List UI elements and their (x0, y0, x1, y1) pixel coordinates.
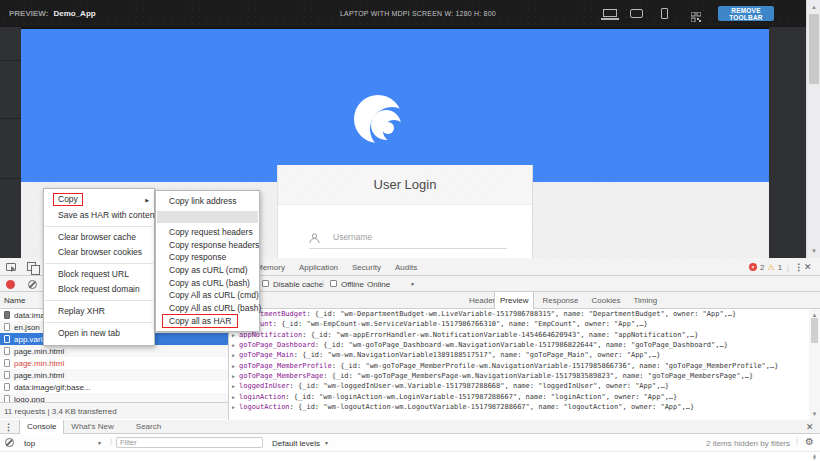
scroll-up-icon[interactable]: ▲ (807, 2, 820, 12)
devtools-tab[interactable]: Audits (395, 263, 417, 272)
record-icon[interactable] (6, 280, 15, 289)
offline-checkbox[interactable] (330, 280, 337, 287)
context-menu-item[interactable]: Clear browser cache ▶ (44, 230, 154, 245)
json-row[interactable]: ▶ DepartmentBudget : {_id: "wm-Departmen… (230, 309, 810, 319)
submenu-item[interactable]: Copy link address (156, 195, 259, 208)
json-row[interactable]: ▶ goToPage_MembersPage : {_id: "wm-goToP… (230, 371, 810, 381)
console-tab[interactable]: What's New (64, 420, 120, 434)
context-menu-item[interactable]: ▶ (45, 300, 153, 301)
warning-badge-icon[interactable]: ⚠ (767, 263, 774, 272)
scrollbar-thumb[interactable] (809, 14, 819, 84)
context-menu-item[interactable]: ▶ (45, 322, 153, 323)
detail-tab[interactable]: Preview (494, 292, 534, 309)
username-field[interactable]: Username (309, 226, 507, 249)
chevron-down-icon[interactable]: ▼ (410, 281, 415, 287)
context-menu-item[interactable]: Block request domain ▶ (44, 282, 154, 297)
error-count[interactable]: 2 (760, 263, 764, 272)
expand-arrow-icon[interactable]: ▶ (232, 404, 239, 410)
console-toolbar: top ▼ | Default levels ▼ 2 items hidden … (0, 434, 820, 452)
expand-arrow-icon[interactable]: ▶ (232, 352, 239, 358)
context-menu-item[interactable]: ▶ (45, 226, 153, 227)
json-row[interactable]: ▶ appNotification : {_id: "wm-appErrorHa… (230, 330, 810, 340)
json-value: : {_id: "wm-wm.NavigationVariable1389188… (294, 351, 661, 359)
phone-icon[interactable] (661, 8, 668, 19)
context-menu-item[interactable]: Copy ▶ (44, 193, 154, 208)
page-scrollbar[interactable]: ▲ ▼ (806, 0, 820, 258)
devtools-menu-icon[interactable]: ⋮ (794, 262, 803, 272)
scroll-hint-icon[interactable]: ▲▼ (812, 454, 817, 460)
file-icon (4, 383, 10, 391)
console-tab[interactable]: Console (19, 420, 64, 434)
scrollbar-thumb[interactable] (811, 318, 818, 343)
gear-icon[interactable]: ⚙ (805, 436, 814, 447)
scroll-down-icon[interactable]: ▼ (807, 246, 820, 256)
drawer-close-icon[interactable]: ✕ (806, 422, 814, 432)
context-value: top (24, 439, 35, 448)
expand-arrow-icon[interactable]: ▶ (232, 342, 239, 348)
expand-arrow-icon[interactable]: ▶ (232, 373, 239, 379)
submenu-item[interactable]: Copy response (156, 251, 259, 264)
request-row[interactable]: page.min.html (0, 357, 229, 369)
context-menu-item[interactable]: Open in new tab ▶ (44, 326, 154, 341)
clear-network-icon[interactable] (28, 280, 37, 289)
offline-label[interactable]: Offline (341, 276, 364, 292)
qr-code-icon[interactable] (691, 8, 701, 26)
submenu-item[interactable]: Copy as cURL (cmd) (156, 264, 259, 277)
context-menu-item[interactable]: ▶ (45, 263, 153, 264)
json-row[interactable]: ▶ goToPage_Dashboard : {_id: "wm-goToPag… (230, 340, 810, 350)
devtools-tab[interactable]: Application (299, 263, 338, 272)
device-frame-left (0, 27, 21, 258)
submenu-item[interactable]: Copy All as cURL (bash) (156, 302, 259, 315)
expand-arrow-icon[interactable]: ▶ (232, 383, 239, 389)
detail-tab[interactable]: Response (537, 292, 583, 309)
submenu-item[interactable] (157, 211, 258, 224)
detail-tab[interactable]: Timing (628, 292, 662, 309)
json-row[interactable]: ▶ loggedInUser : {_id: "wm-loggedInUser-… (230, 381, 810, 391)
devtools-tab[interactable]: Memory (256, 263, 285, 272)
submenu-item[interactable]: Copy All as cURL (cmd) (156, 289, 259, 302)
json-row[interactable]: ▶ loginAction : {_id: "wm-loginAction-wm… (230, 391, 810, 401)
error-badge-icon[interactable]: × (749, 263, 757, 271)
json-row[interactable]: ▶ EmpCount : {_id: "wm-EmpCount-wm.Servi… (230, 319, 810, 329)
drawer-menu-icon[interactable]: ⋮ (4, 422, 13, 432)
detail-tab[interactable]: Cookies (586, 292, 625, 309)
console-filter-input[interactable] (116, 437, 263, 448)
preview-label: PREVIEW: (9, 9, 48, 18)
disable-cache-label[interactable]: Disable cache (273, 276, 323, 292)
submenu-item[interactable]: Copy response headers (156, 239, 259, 252)
throttling-select[interactable]: Online (367, 276, 390, 292)
json-value: : {_id: "wm-loggedInUser-wm.Variable-151… (290, 382, 669, 390)
scroll-down-icon[interactable]: ▼ (809, 409, 820, 419)
json-key: goToPage_Dashboard (239, 341, 315, 349)
warning-count[interactable]: 1 (778, 263, 782, 272)
clear-console-icon[interactable] (5, 438, 14, 447)
devtools-tab[interactable]: Security (352, 263, 381, 272)
context-menu-item[interactable]: Replay XHR ▶ (44, 304, 154, 319)
context-menu-item[interactable]: Clear browser cookies ▶ (44, 245, 154, 260)
submenu-item[interactable]: Copy as cURL (bash) (156, 277, 259, 290)
json-row[interactable]: ▶ goToPage_Main : {_id: "wm-wm.Navigatio… (230, 350, 810, 360)
inspect-element-icon[interactable] (6, 263, 16, 271)
context-menu-item[interactable]: Save as HAR with content ▶ (44, 208, 154, 223)
device-toolbar-icon[interactable] (27, 262, 36, 271)
preview-scrollbar[interactable]: ▲ ▼ (809, 309, 820, 420)
context-menu-item[interactable]: Block request URL ▶ (44, 267, 154, 282)
expand-arrow-icon[interactable]: ▶ (232, 363, 239, 369)
expand-arrow-icon[interactable]: ▶ (232, 332, 239, 338)
remove-toolbar-button[interactable]: REMOVE TOOLBAR (718, 6, 774, 21)
request-row[interactable]: page.min.html (0, 345, 229, 357)
devtools-close-icon[interactable]: ✕ (804, 262, 812, 272)
disable-cache-checkbox[interactable] (262, 280, 269, 287)
laptop-icon[interactable] (603, 9, 617, 17)
submenu-item[interactable]: Copy all as HAR (156, 314, 259, 327)
json-row[interactable]: ▶ goToPage_MemberProfile : {_id: "wm-goT… (230, 360, 810, 370)
request-row[interactable]: page.min.html (0, 369, 229, 381)
execution-context-select[interactable]: top ▼ (24, 434, 106, 452)
expand-arrow-icon[interactable]: ▶ (232, 394, 239, 400)
log-levels-select[interactable]: Default levels ▼ (272, 434, 329, 452)
json-row[interactable]: ▶ logoutAction : {_id: "wm-logoutAction-… (230, 402, 810, 412)
submenu-item[interactable]: Copy request headers (156, 226, 259, 239)
console-tab[interactable]: Search (129, 420, 168, 434)
tablet-icon[interactable] (630, 9, 643, 18)
request-row[interactable]: data:image/gif;base... (0, 381, 229, 393)
